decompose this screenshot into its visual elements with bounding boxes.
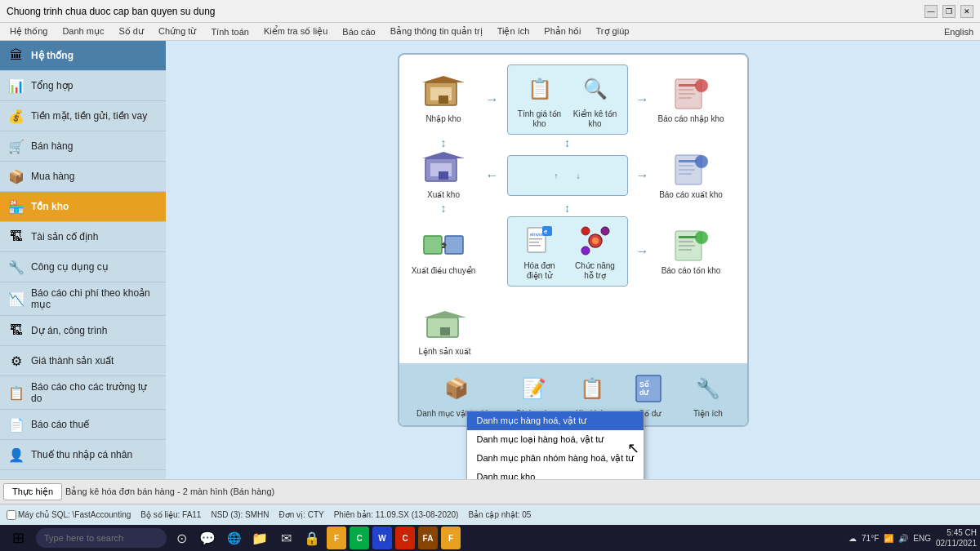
sidebar-item-bao-cao-thue[interactable]: 📄 Báo cáo thuế	[0, 410, 166, 440]
taskbar-icon-fa[interactable]: FA	[418, 527, 438, 549]
menu-chung-tu[interactable]: Chứng từ	[152, 24, 203, 38]
xuat-kho-box[interactable]: Xuất kho	[422, 151, 465, 200]
tien-ich-bottom-box[interactable]: 🔧 Tiện ích	[687, 370, 729, 419]
dropdown-item-dmkho[interactable]: Danh mục kho	[467, 468, 644, 479]
svg-rect-39	[679, 245, 695, 247]
bc-nhap-box[interactable]: Báo cáo nhập kho	[657, 75, 724, 124]
menu-phan-hoi[interactable]: Phản hồi	[537, 24, 587, 38]
sidebar-item-tien-mat[interactable]: 💰 Tiền mặt, tiền gửi, tiền vay	[0, 101, 166, 131]
xuat-dieu-chuyen-box[interactable]: Xuất điều chuyển	[412, 227, 476, 276]
sidebar-label-bao-cao-truong: Báo cáo cho các trường tự do	[31, 381, 159, 404]
arrow-right-2: →	[636, 92, 649, 107]
taskbar-icon-lock[interactable]: 🔒	[301, 527, 323, 549]
taskbar-icon-fast2[interactable]: F	[441, 527, 461, 549]
tinh-gia-box[interactable]: 📋 Tính giá tồn kho	[515, 70, 564, 129]
tien-ich-bottom-icon: 🔧	[687, 370, 729, 407]
sidebar-item-ton-kho[interactable]: 🏪 Tồn kho	[0, 192, 166, 222]
sidebar-item-gia-thanh[interactable]: ⚙ Giá thành sản xuất	[0, 346, 166, 376]
thuc-hien-button[interactable]: Thực hiện	[3, 483, 62, 500]
taskbar-icon-mail[interactable]: ✉	[274, 527, 297, 549]
svg-rect-6	[679, 89, 693, 91]
sidebar-label-gia-thanh: Giá thành sản xuất	[31, 355, 114, 367]
taskbar-time: 5:45 CH 02/11/2021	[936, 527, 977, 549]
taskbar-icon-explorer[interactable]: 📁	[248, 527, 271, 549]
menu-bao-cao[interactable]: Báo cáo	[336, 25, 381, 38]
sidebar-item-bao-cao-truong[interactable]: 📋 Báo cáo cho các trường tự do	[0, 376, 166, 410]
menu-he-thong[interactable]: Hệ thống	[3, 24, 54, 38]
v-arrow-4: ↕	[564, 202, 570, 215]
close-button[interactable]: ✕	[960, 5, 973, 18]
bao-cao-chi-phi-icon: 📉	[7, 289, 26, 309]
sidebar-label-he-thong: Hệ thống	[31, 50, 74, 61]
taskbar-icon-task[interactable]: 💬	[196, 527, 219, 549]
svg-marker-2	[422, 76, 465, 82]
sidebar-label-thue-thu-nhap: Thuế thu nhập cá nhân	[31, 449, 132, 460]
sidebar-item-he-thong[interactable]: 🏛 Hệ thống	[0, 41, 166, 71]
dropdown-item-dmpn[interactable]: Danh mục phân nhóm hàng hoá, vật tư	[467, 449, 644, 468]
kiem-ke-label: Kiểm kê tồn kho	[571, 109, 620, 129]
svg-point-35	[581, 247, 590, 255]
v-arrow-3: ↕	[441, 202, 447, 215]
status-checkbox[interactable]	[7, 510, 16, 520]
ton-kho-icon: 🏪	[7, 197, 26, 216]
hoa-don-box[interactable]: eInvoicee Hóa đơn điện tử	[515, 222, 564, 281]
svg-point-32	[592, 238, 599, 244]
menu-so-du[interactable]: Số dư	[112, 24, 150, 38]
menu-tinh-toan[interactable]: Tính toán	[204, 25, 255, 38]
he-thong-icon: 🏛	[7, 46, 26, 65]
network-icon: 📶	[884, 534, 893, 543]
start-button[interactable]: ⊞	[3, 527, 33, 549]
dinh-muc-bottom-icon: 📝	[513, 370, 555, 407]
taskbar-icon-fast1[interactable]: F	[327, 527, 346, 549]
bao-cao-thue-icon: 📄	[7, 415, 26, 434]
chuc-nang-label: Chức năng hỗ trợ	[571, 261, 620, 281]
menu-tien-ich[interactable]: Tiện ích	[491, 24, 537, 38]
sidebar-item-mua-hang[interactable]: 📦 Mua hàng	[0, 162, 166, 192]
minimize-button[interactable]: —	[924, 5, 938, 18]
kiem-ke-box[interactable]: 🔍 Kiểm kê tồn kho	[571, 70, 620, 129]
menu-kiem-tra[interactable]: Kiểm tra số liệu	[257, 24, 334, 38]
diagram-grid: Nhập kho → 📋 Tính giá tồn kho 🔍 Kiểm kê …	[409, 64, 737, 303]
language-label: English	[944, 27, 977, 37]
diagram-container: Nhập kho → 📋 Tính giá tồn kho 🔍 Kiểm kê …	[398, 53, 749, 427]
taskbar-icon-edge[interactable]: 🌐	[222, 527, 245, 549]
lenh-sx-label: Lệnh sản xuất	[419, 347, 471, 357]
sidebar-label-du-an: Dự án, công trình	[31, 325, 107, 336]
lenh-sx-box[interactable]: Lệnh sản xuất	[419, 308, 471, 357]
sidebar-item-cong-cu[interactable]: 🔧 Công cụ dụng cụ	[0, 252, 166, 282]
sidebar-item-du-an[interactable]: 🏗 Dự án, công trình	[0, 316, 166, 346]
dropdown-item-dmloai[interactable]: Danh mục loại hàng hoá, vật tư	[467, 430, 644, 449]
sidebar-item-thue-thu-nhap[interactable]: 👤 Thuế thu nhập cá nhân	[0, 440, 166, 470]
flow-box-middle: ↑ ↓	[507, 155, 628, 196]
chuc-nang-box[interactable]: Chức năng hỗ trợ	[571, 222, 620, 281]
flow-box-top: 📋 Tính giá tồn kho 🔍 Kiểm kê tồn kho	[507, 64, 628, 135]
tien-ich-bottom-label: Tiện ích	[693, 409, 723, 419]
svg-rect-26	[529, 238, 542, 240]
bc-xuat-box[interactable]: Báo cáo xuất kho	[659, 151, 723, 200]
taskbar-icon-c2[interactable]: C	[395, 527, 415, 549]
bc-ton-box[interactable]: Báo cáo tồn kho	[662, 227, 721, 276]
svg-point-41	[695, 231, 708, 244]
svg-rect-37	[679, 236, 697, 238]
status-bar: Máy chủ SQL: \FastAccounting Bộ số liệu:…	[0, 504, 980, 525]
sidebar-item-bao-cao-chi-phi[interactable]: 📉 Báo cáo chi phí theo khoản mục	[0, 282, 166, 316]
taskbar-icon-cortana[interactable]: ⊙	[170, 527, 193, 549]
taskbar-icon-c1[interactable]: C	[350, 527, 369, 549]
taskbar-search-input[interactable]	[36, 528, 167, 548]
menu-bang-thong-tin[interactable]: Bảng thông tin quản trị	[384, 24, 489, 38]
sidebar-item-tai-san[interactable]: 🏗 Tài sản cố định	[0, 222, 166, 252]
maximize-button[interactable]: ❐	[942, 5, 956, 18]
sidebar-item-ban-hang[interactable]: 🛒 Bán hàng	[0, 131, 166, 162]
nhap-kho-box[interactable]: Nhập kho	[422, 75, 465, 124]
menu-bar: Hệ thống Danh mục Số dư Chứng từ Tính to…	[0, 23, 980, 41]
svg-rect-44	[440, 327, 450, 335]
menu-tro-giup[interactable]: Trợ giúp	[590, 24, 636, 38]
svg-point-9	[695, 79, 708, 92]
taskbar-icon-word[interactable]: W	[372, 527, 392, 549]
menu-danh-muc[interactable]: Danh mục	[56, 24, 110, 38]
status-item-2: NSD (3): SMHN	[211, 510, 269, 519]
sidebar-label-tien-mat: Tiền mặt, tiền gửi, tiền vay	[31, 110, 147, 122]
status-item-4: Phiên bản: 11.09.SX (13-08-2020)	[334, 510, 459, 519]
dropdown-item-dmhh[interactable]: Danh mục hàng hoá, vật tư	[467, 411, 644, 430]
sidebar-item-tong-hop[interactable]: 📊 Tổng hợp	[0, 71, 166, 101]
